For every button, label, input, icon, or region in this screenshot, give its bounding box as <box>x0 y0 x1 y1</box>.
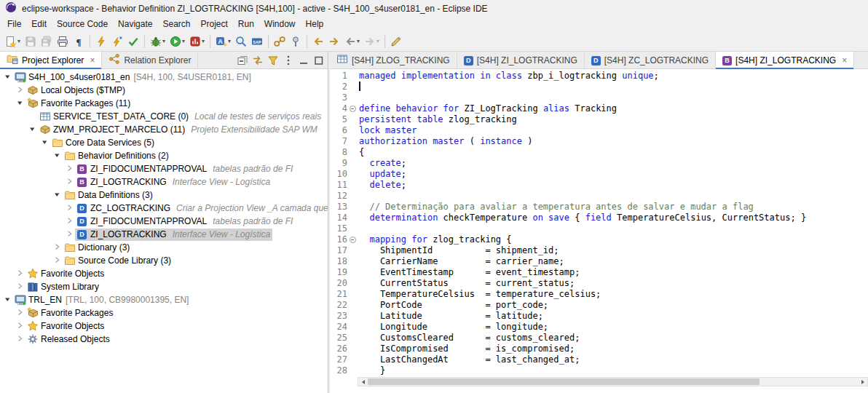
code-text[interactable]: // Determinação para avaliar a temperatu… <box>358 202 754 213</box>
expander-icon[interactable] <box>65 164 75 174</box>
tree-item-s4h-100-s4user0181-en[interactable]: S4H_100_s4user0181_en[S4H, 100, S4USER01… <box>0 71 328 84</box>
code-text[interactable]: IsCompromised = is_compromised; <box>358 344 575 354</box>
code-line[interactable]: 11 delete; <box>330 180 868 191</box>
code-line[interactable]: 16 mapping for zlog_tracking { <box>330 234 868 245</box>
code-text[interactable]: lock master <box>358 125 417 136</box>
forward-button[interactable] <box>326 33 342 50</box>
line-number[interactable]: 26 <box>330 344 347 354</box>
code-line[interactable]: 19 EventTimestamp = event_timestamp; <box>330 267 868 278</box>
expander-icon[interactable] <box>65 229 75 239</box>
code-text[interactable]: CurrentStatus = current_status; <box>358 278 575 289</box>
code-line[interactable]: 20 CurrentStatus = current_status; <box>330 278 868 289</box>
view-menu-button[interactable] <box>281 53 296 68</box>
dropdown-caret-icon[interactable]: ▾ <box>376 39 379 44</box>
expander-icon[interactable] <box>52 151 63 161</box>
tree-item-source-code-library-3[interactable]: Source Code Library (3) <box>0 254 328 267</box>
code-text[interactable]: } <box>358 365 385 376</box>
line-number[interactable]: 11 <box>330 180 347 191</box>
code-line[interactable]: 12 <box>330 191 868 202</box>
code-text[interactable]: LastChangedAt = last_changed_at; <box>358 354 580 365</box>
show-whitespace-button[interactable]: ¶ <box>71 33 87 50</box>
collapse-marker[interactable] <box>350 237 356 243</box>
code-line[interactable]: 7authorization master ( instance ) <box>330 136 868 147</box>
expander-icon[interactable] <box>65 177 75 187</box>
expander-icon[interactable] <box>28 124 38 135</box>
line-number[interactable]: 6 <box>330 125 347 136</box>
check-syntax-button[interactable] <box>125 33 141 50</box>
code-line[interactable]: 6lock master <box>330 125 868 136</box>
tree-item-data-definitions-3[interactable]: Data Definitions (3) <box>0 188 328 202</box>
tree-item-zi-fidocumentapproval[interactable]: DZI_FIDOCUMENTAPPROVALtabelas padrão de … <box>0 215 328 228</box>
fold-marker-icon[interactable] <box>347 234 358 245</box>
code-text[interactable]: { <box>358 147 364 158</box>
tree-item-released-objects[interactable]: Released Objects <box>0 333 328 346</box>
menu-window[interactable]: Window <box>259 17 301 31</box>
tree-item-core-data-services-5[interactable]: Core Data Services (5) <box>0 136 328 149</box>
collapse-marker[interactable] <box>350 106 356 112</box>
line-number[interactable]: 22 <box>330 300 347 311</box>
pin-editor-button[interactable] <box>288 33 304 50</box>
code-line[interactable]: 10 update; <box>330 169 868 180</box>
save-all-button[interactable] <box>39 33 55 50</box>
code-line[interactable]: 24 Longitude = longitude; <box>330 322 868 333</box>
tree-item-service-test-data-core-0[interactable]: SERVICE_TEST_DATA_CORE (0)Local de teste… <box>0 110 328 123</box>
tree-item-behavior-definitions-2[interactable]: Behavior Definitions (2) <box>0 149 328 162</box>
line-number[interactable]: 12 <box>330 191 347 202</box>
close-icon[interactable]: × <box>842 56 847 65</box>
print-button[interactable] <box>55 33 71 50</box>
dropdown-caret-icon[interactable]: ▾ <box>17 39 20 44</box>
tree-item-trl-en[interactable]: TRL_EN[TRL, 100, CB9980001395, EN] <box>0 293 328 306</box>
line-number[interactable]: 23 <box>330 311 347 322</box>
back-button[interactable] <box>310 33 326 50</box>
open-sap-gui-button[interactable]: SAP <box>249 33 265 50</box>
expander-icon[interactable] <box>15 321 25 331</box>
close-icon[interactable]: × <box>90 56 95 65</box>
code-text[interactable] <box>358 92 359 103</box>
code-text[interactable] <box>358 223 359 234</box>
line-number[interactable]: 2 <box>330 82 347 92</box>
scroll-right-icon[interactable] <box>858 378 867 386</box>
expander-icon[interactable] <box>65 216 75 226</box>
tree-item-favorite-objects[interactable]: Favorite Objects <box>0 267 328 280</box>
editor-tab-s4h-zc-logtracking-2[interactable]: D[S4H] ZC_LOGTRACKING <box>585 52 716 68</box>
tree-item-zwm-project-marcelo-11[interactable]: ZWM_PROJECT_MARCELO (11)Projeto Extensib… <box>0 123 328 136</box>
menu-source-code[interactable]: Source Code <box>52 17 113 31</box>
tree-item-zi-fidocumentapproval[interactable]: BZI_FIDOCUMENTAPPROVALtabelas padrão de … <box>0 162 328 175</box>
tree-item-favorite-packages[interactable]: Favorite Packages <box>0 306 328 319</box>
save-button[interactable] <box>23 33 39 50</box>
tree-item-favorite-objects[interactable]: Favorite Objects <box>0 319 328 333</box>
code-line[interactable]: 3 <box>330 92 868 103</box>
code-text[interactable]: define behavior for ZI_LogTracking alias… <box>358 103 617 114</box>
code-text[interactable]: CustomsCleared = customs_cleared; <box>358 333 580 344</box>
expander-icon[interactable] <box>15 334 25 344</box>
code-line[interactable]: 23 Latitude = latitude; <box>330 311 868 322</box>
fold-marker-icon[interactable] <box>347 103 358 114</box>
line-number[interactable]: 16 <box>330 234 347 245</box>
code-line[interactable]: 5persistent table zlog_tracking <box>330 114 868 125</box>
tree-item-zi-logtracking[interactable]: DZI_LOGTRACKINGInterface View - Logístic… <box>0 228 328 241</box>
code-line[interactable]: 9 create; <box>330 158 868 169</box>
expander-icon[interactable] <box>15 98 25 108</box>
tree-item-system-library[interactable]: System Library <box>0 280 328 293</box>
menu-help[interactable]: Help <box>301 17 329 31</box>
code-text[interactable]: persistent table zlog_tracking <box>358 114 517 125</box>
filter-button[interactable] <box>266 53 280 68</box>
menu-file[interactable]: File <box>2 17 26 31</box>
code-text[interactable]: update; <box>358 169 406 180</box>
code-line[interactable]: 17 ShipmentId = shipment_id; <box>330 245 868 256</box>
dropdown-caret-icon[interactable]: ▾ <box>182 39 185 44</box>
code-text[interactable] <box>358 82 360 92</box>
code-text[interactable]: managed implementation in class zbp_i_lo… <box>358 71 659 82</box>
line-number[interactable]: 9 <box>330 158 347 169</box>
line-number[interactable]: 25 <box>330 333 347 344</box>
code-line[interactable]: 13 // Determinação para avaliar a temper… <box>330 202 868 213</box>
line-number[interactable]: 21 <box>330 289 347 300</box>
project-tree[interactable]: S4H_100_s4user0181_en[S4H, 100, S4USER01… <box>0 69 328 393</box>
dropdown-caret-icon[interactable]: ▾ <box>228 39 231 44</box>
expander-icon[interactable] <box>52 255 63 266</box>
code-line[interactable]: 28 } <box>330 365 868 376</box>
code-line[interactable]: 1managed implementation in class zbp_i_l… <box>330 71 868 82</box>
maximize-button[interactable] <box>312 53 326 68</box>
last-edit-location-button[interactable] <box>388 33 404 50</box>
line-number[interactable]: 27 <box>330 354 347 365</box>
